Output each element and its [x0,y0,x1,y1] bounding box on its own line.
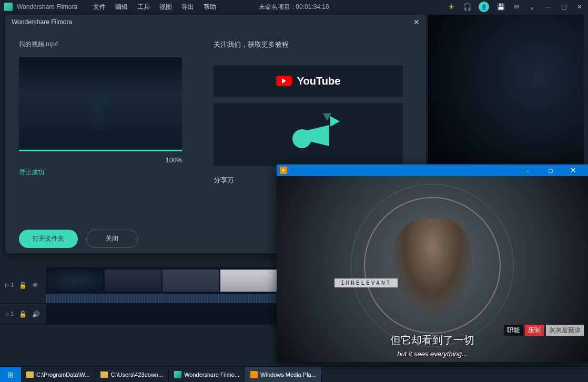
folder-icon [100,371,108,378]
follow-us-text: 关注我们，获取更多教程 [214,40,412,49]
tips-icon[interactable]: ☀ [447,3,455,11]
wmp-minimize-icon[interactable]: — [515,164,539,176]
video-track-label: ▷ 1 [5,282,14,288]
video-clip[interactable] [220,269,278,292]
wmp-taskbar-icon [250,371,258,378]
export-success-text: 导出成功 [19,168,192,177]
subtitle-cn: 但它却看到了一切 [277,333,588,347]
video-subject [393,218,472,313]
support-icon[interactable]: 🎧 [463,3,471,11]
youtube-icon [276,76,292,86]
export-filename: 我的视频.mp4 [19,40,192,49]
filmora-icon [174,371,181,378]
video-clip[interactable] [162,269,220,292]
wmp-icon [280,167,287,174]
lock-icon[interactable]: 🔓 [19,311,27,318]
taskbar-item-filmora[interactable]: Wondershare Filmo... [169,367,245,382]
preview-panel [428,15,584,169]
titlebar-right-icons: ☀ 🎧 👤 💾 ✉ ⭳ — ▢ ✕ [447,2,584,12]
wmp-video-area[interactable]: IRRELEVANT 职能 压制 灰灰是菇凉 但它却看到了一切 but it s… [277,176,588,362]
wmp-window[interactable]: — ▢ ✕ IRRELEVANT 职能 压制 灰灰是菇凉 但它却看到了一切 bu… [277,164,588,362]
youtube-label: YouTube [297,75,341,87]
taskbar-label: Wondershare Filmo... [184,371,239,378]
wmp-maximize-icon[interactable]: ▢ [539,164,562,176]
account-icon[interactable]: 👤 [479,2,489,12]
maximize-icon[interactable]: ▢ [560,3,568,11]
video-clip[interactable] [104,269,162,292]
visibility-icon[interactable]: 👁 [32,282,38,289]
promo-banner[interactable] [214,103,403,166]
subtitle-en: but it sees everything... [277,350,588,358]
audio-track-label: ♫ 1 [5,311,14,317]
filmora-logo-icon [4,3,13,11]
download-icon[interactable]: ⭳ [528,3,536,11]
preview-frame [428,15,584,169]
youtube-link[interactable]: YouTube [214,65,403,97]
export-percent: 100% [19,157,182,164]
taskbar-label: C:\Users\423down... [110,371,163,378]
save-icon[interactable]: 💾 [496,3,505,11]
folder-icon [26,371,34,378]
taskbar-item-explorer2[interactable]: C:\Users\423down... [95,367,169,382]
taskbar-label: C:\ProgramData\W... [36,371,89,378]
close-icon[interactable]: ✕ [575,3,584,11]
menu-view[interactable]: 视图 [159,3,172,12]
wmp-close-icon[interactable]: ✕ [562,164,585,176]
app-title: Wondershare Filmora [17,3,77,11]
video-clip[interactable] [46,269,104,292]
main-menu: 文件 编辑 工具 视图 导出 帮助 [93,3,216,12]
minimize-icon[interactable]: — [544,3,552,11]
start-button[interactable]: ⊞ [0,367,21,382]
menu-export[interactable]: 导出 [181,3,194,12]
project-info: 未命名项目 : 00:01:34:16 [259,3,329,12]
lock-icon[interactable]: 🔓 [19,282,27,289]
taskbar-item-explorer1[interactable]: C:\ProgramData\W... [21,367,95,382]
app-titlebar: Wondershare Filmora 文件 编辑 工具 视图 导出 帮助 未命… [0,0,588,14]
message-icon[interactable]: ✉ [512,3,521,11]
open-folder-button[interactable]: 打开文件夹 [19,230,78,248]
menu-file[interactable]: 文件 [93,3,106,12]
taskbar-label: Windows Media Pla... [260,371,316,378]
mute-icon[interactable]: 🔊 [32,311,40,318]
dialog-title: Wondershare Filmora [12,18,72,26]
megaphone-icon [282,113,334,156]
hud-label: IRRELEVANT [334,278,398,287]
dialog-titlebar[interactable]: Wondershare Filmora ✕ [5,15,426,29]
windows-taskbar: ⊞ C:\ProgramData\W... C:\Users\423down..… [0,366,588,382]
export-thumbnail [19,57,182,149]
dialog-close-icon[interactable]: ✕ [413,18,420,26]
wmp-titlebar[interactable]: — ▢ ✕ [277,164,588,176]
menu-help[interactable]: 帮助 [204,3,216,12]
video-track-header: ▷ 1 🔓 👁 [0,282,46,289]
menu-tools[interactable]: 工具 [137,3,150,12]
taskbar-item-wmp[interactable]: Windows Media Pla... [245,367,322,382]
close-button[interactable]: 关闭 [86,230,138,248]
export-progress-bar [19,150,182,151]
audio-track-header: ♫ 1 🔓 🔊 [0,311,46,318]
menu-edit[interactable]: 编辑 [115,3,128,12]
